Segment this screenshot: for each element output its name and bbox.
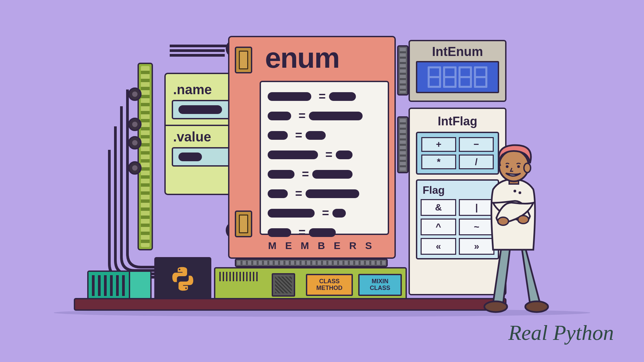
python-icon <box>169 265 196 292</box>
enum-title: enum <box>265 41 339 74</box>
svg-point-5 <box>525 301 548 312</box>
svg-point-12 <box>524 163 531 173</box>
key-and: & <box>421 199 456 216</box>
real-python-logo: Real Python <box>508 320 614 345</box>
key-xor: ^ <box>421 219 456 235</box>
python-logo-box <box>154 257 211 301</box>
mixin-l1: MIXIN <box>372 278 388 285</box>
person-illustration <box>470 136 557 313</box>
enum-module: enum = = = = = = = = MEMBERS <box>228 36 396 259</box>
svg-point-14 <box>517 165 520 168</box>
key-plus: + <box>421 137 456 152</box>
intenum-panel: IntEnum <box>409 40 506 102</box>
members-display: = = = = = = = = <box>260 81 389 235</box>
svg-point-4 <box>484 301 507 312</box>
port-icon <box>128 161 142 175</box>
mixin-l2: CLASS <box>370 285 390 292</box>
key-lshift: « <box>421 238 456 255</box>
class-method-l1: CLASS <box>319 278 339 285</box>
grill-icon <box>272 273 295 297</box>
svg-point-9 <box>519 191 521 194</box>
base-board <box>74 298 506 311</box>
left-rack <box>138 63 153 250</box>
intenum-label: IntEnum <box>410 45 505 59</box>
chip-icon <box>235 47 252 73</box>
connector-strip <box>397 116 409 173</box>
mixin-class-badge: MIXIN CLASS <box>358 274 402 296</box>
chip-icon <box>235 210 252 237</box>
connector-strip <box>235 258 388 267</box>
intflag-label: IntFlag <box>416 114 499 128</box>
port-icon <box>128 118 142 131</box>
members-label: MEMBERS <box>260 240 389 251</box>
svg-point-8 <box>514 190 516 192</box>
port-icon <box>128 87 142 101</box>
bottom-module: CLASS METHOD MIXIN CLASS <box>214 267 407 301</box>
svg-point-13 <box>506 165 508 168</box>
port-icon <box>128 136 142 149</box>
connector-strip <box>397 45 409 96</box>
lcd-display <box>416 61 499 93</box>
key-mult: * <box>421 155 456 169</box>
svg-point-7 <box>518 216 529 224</box>
class-method-badge: CLASS METHOD <box>306 274 353 296</box>
svg-point-6 <box>498 217 508 225</box>
class-method-l2: METHOD <box>316 285 342 292</box>
teal-module <box>87 270 152 301</box>
